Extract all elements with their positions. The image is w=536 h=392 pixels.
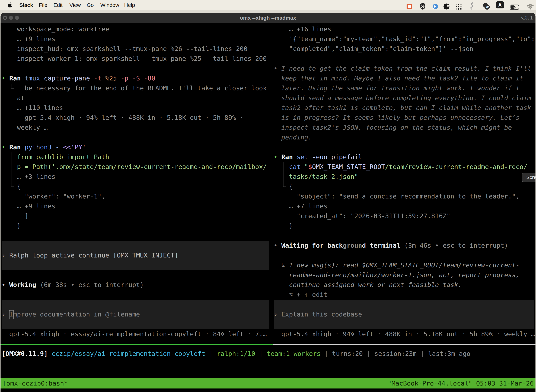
terminal-line: • Ran python3 - <<'PY' xyxy=(2,142,86,152)
menu-item-help[interactable]: Help xyxy=(124,0,135,10)
terminal-line: … +3 lines xyxy=(2,172,55,182)
terminal-line: later. Using the same for transition mig… xyxy=(274,83,520,93)
terminal-line: • Ran set -euo pipefail xyxy=(274,152,362,162)
menu-item-slack[interactable]: Slack xyxy=(19,0,33,10)
terminal-line: gpt-5.4 xhigh · 94% left · 488K in · 5.1… xyxy=(274,329,535,339)
terminal-line: "created_at": "2026-03-31T11:59:27.816Z" xyxy=(274,211,450,221)
terminal-line: … +7 lines xyxy=(274,201,327,211)
terminal-line: p = Path('.omx/state/team/review-current… xyxy=(2,162,267,172)
terminal-line: should send a message before completing … xyxy=(274,93,531,103)
terminal-line: "subject": "send a concise recommendatio… xyxy=(274,191,520,201)
terminal-line: tasks/task-2.json" xyxy=(274,172,358,182)
terminal-line: weekly … xyxy=(2,123,48,132)
terminal-line: } xyxy=(274,221,293,231)
terminal-line: › Explain this codebase xyxy=(274,309,362,319)
wifi-icon[interactable] xyxy=(526,2,534,12)
terminal-line: inspect_hud: omx sparkshell --tmux-pane … xyxy=(2,44,248,54)
terminal-line: … +16 lines xyxy=(274,24,331,34)
terminal-line: cat "$OMX_TEAM_STATE_ROOT/team/review-cu… xyxy=(274,162,527,172)
badge-count: ..61 xyxy=(485,6,490,9)
battery-charging-icon[interactable] xyxy=(510,2,521,12)
dots-grid-icon[interactable] xyxy=(455,2,462,12)
pane-border-horizontal xyxy=(273,344,536,345)
terminal-line: › Ralph loop active continue [OMX_TMUX_I… xyxy=(2,250,178,260)
tmux-session-name: [omx-cczip0:bash* xyxy=(2,378,68,388)
right-pane: … +16 lines '{"team_name":"my-team","tas… xyxy=(274,24,535,355)
terminal-content: workspace_mode: worktree … +9 lines insp… xyxy=(0,23,536,392)
screen-share-tooltip: Scre xyxy=(522,173,536,182)
terminal-line: inspect_worker-1: omx sparkshell --tmux-… xyxy=(2,54,267,64)
tmux-status-bar: [omx-cczip0:bash* "MacBook-Pro-44.local"… xyxy=(0,378,536,388)
terminal-line: ↳ 1 new msg(s): read $OMX_TEAM_STATE_ROO… xyxy=(274,260,520,270)
badge-61-icon[interactable]: ..61 xyxy=(482,1,491,11)
pane-divider[interactable] xyxy=(271,23,271,344)
terminal-line: at xyxy=(2,93,25,103)
menu-item-window[interactable]: Window xyxy=(100,0,119,10)
terminal-line: ] xyxy=(2,211,29,221)
terminal-line: be necessary for the end of the README. … xyxy=(2,83,267,93)
terminal-line: … +9 lines xyxy=(2,34,55,44)
terminal-line: "completed","claim_token":"claim-token"}… xyxy=(274,44,474,54)
terminal-line: '{"team_name":"my-team","task_id":"1","f… xyxy=(274,34,535,44)
window-shortcut-badge: ⌥⌘1 xyxy=(519,13,533,23)
terminal-line: › Improve documentation in @filename xyxy=(2,309,140,319)
terminal-line: inspect task2's JSON, focusing on the st… xyxy=(274,123,512,132)
terminal-line: } xyxy=(2,221,21,231)
chat-app-icon[interactable] xyxy=(406,2,413,12)
menu-item-edit[interactable]: Edit xyxy=(53,0,62,10)
terminal-line: pending. xyxy=(274,132,312,142)
terminal-line: gpt-5.4 xhigh · essay/ai-reimplementatio… xyxy=(2,329,267,339)
terminal-line: workspace_mode: worktree xyxy=(2,24,109,34)
terminal-line: gpt-5.4 xhigh · 94% left · 488K in · 5.1… xyxy=(2,113,244,123)
terminal-line: is in progress? It seems likely but perh… xyxy=(274,113,520,123)
keyboard-a-icon[interactable]: A xyxy=(496,1,504,9)
terminal-line: readme-and-reco/mailbox/worker-1.json, a… xyxy=(274,270,520,280)
terminal-line: from pathlib import Path xyxy=(2,152,109,162)
shield-icon[interactable] xyxy=(420,1,426,11)
pane-border-horizontal-active xyxy=(0,344,273,345)
apple-logo-icon[interactable] xyxy=(7,2,12,8)
terminal-line: … +9 lines xyxy=(2,201,55,211)
pac-circle-icon[interactable] xyxy=(443,2,450,11)
terminal-line: ⌥ + ↑ edit xyxy=(274,290,327,300)
terminal-line: task2 after task1 is complete, but can I… xyxy=(274,103,531,113)
left-pane: workspace_mode: worktree … +9 lines insp… xyxy=(2,24,271,355)
menu-bar: Slack File Edit View Go Window Help xyxy=(0,0,536,10)
menu-item-go[interactable]: Go xyxy=(87,0,94,10)
blue-sync-icon[interactable] xyxy=(432,2,439,11)
terminal-line: • Ran tmux capture-pane -t %25 -p -S -80 xyxy=(2,73,155,83)
tmux-host-clock: "MacBook-Pro-44.local" 05:03 31-Mar-26 xyxy=(388,378,534,388)
terminal-line: { xyxy=(2,182,21,191)
terminal-line: keep that in mind. Maybe I also need the… xyxy=(274,73,523,83)
terminal-line: • I need to get the claim token from the… xyxy=(274,64,531,73)
terminal-line: • Working (6m 38s • esc to interrupt) xyxy=(2,280,144,290)
dragon-icon[interactable] xyxy=(469,1,474,11)
terminal-line: • Waiting for background terminal (3m 46… xyxy=(274,241,508,250)
menu-item-file[interactable]: File xyxy=(39,0,47,10)
terminal-line: { xyxy=(274,182,293,191)
terminal-line: … +110 lines xyxy=(2,103,63,113)
terminal-line: "worker": "worker-1", xyxy=(2,191,105,201)
omx-status-line: [OMX#0.11.9] cczip/essay/ai-reimplementa… xyxy=(2,349,470,359)
menu-item-view[interactable]: View xyxy=(69,0,81,10)
window-titlebar[interactable]: omx --xhigh --madmax ⌥⌘1 xyxy=(0,13,536,23)
window-title: omx --xhigh --madmax xyxy=(0,13,536,23)
terminal-line: continue assigned work or next feasible … xyxy=(274,280,462,290)
terminal-window: omx --xhigh --madmax ⌥⌘1 workspace_mode:… xyxy=(0,13,536,392)
